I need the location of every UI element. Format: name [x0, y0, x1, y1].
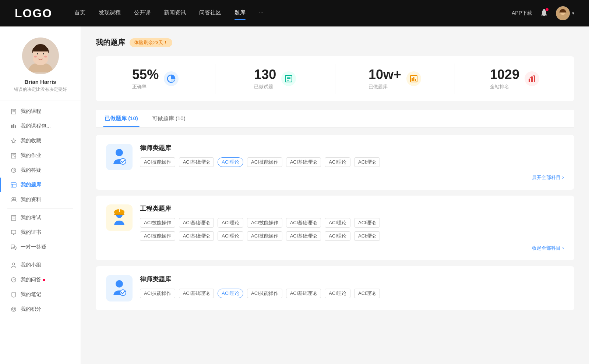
nav-questionbank[interactable]: 题库 [234, 9, 246, 18]
nav-discover[interactable]: 发现课程 [99, 9, 121, 18]
sidebar-item-1v1-qa[interactable]: 一对一答疑 [0, 240, 81, 254]
certificate-icon [10, 229, 17, 236]
stat-done-banks: 10w+ 已做题库 [335, 64, 455, 94]
favorites-icon [10, 138, 17, 144]
svg-point-7 [43, 53, 44, 54]
sidebar: Brian Harris 错误的决定比没有决定要好 我的课程 我的课程包... [0, 26, 81, 364]
sidebar-label-my-questions: 我的问答 [21, 276, 41, 283]
stat-done-banks-value: 10w+ [368, 67, 401, 82]
tag-item[interactable]: ACI基础理论 [286, 231, 321, 241]
page-header: 我的题库 体验剩余23天！ [96, 38, 574, 47]
sidebar-item-exam[interactable]: 我的考试 [0, 210, 81, 225]
tab-done-banks[interactable]: 已做题库 (10) [103, 110, 140, 127]
stat-done-banks-icon [406, 71, 421, 86]
nav-home[interactable]: 首页 [74, 9, 85, 18]
course-packages-icon [10, 123, 17, 129]
trial-badge: 体验剩余23天！ [130, 38, 172, 47]
questions-notification-dot [43, 279, 45, 281]
sidebar-item-points[interactable]: 我的积分 [0, 302, 81, 317]
tag-item-active[interactable]: ACI理论 [218, 289, 243, 298]
sidebar-item-questionbank[interactable]: 我的题库 [0, 178, 81, 192]
qbank-lawyer-2-tags: ACI技能操作 ACI基础理论 ACI理论 ACI技能操作 ACI基础理论 AC… [140, 289, 564, 298]
stat-done-questions-label: 已做试题 [254, 83, 276, 90]
tag-item[interactable]: ACI技能操作 [140, 218, 175, 228]
stat-site-rank: 1029 全站排名 [455, 64, 574, 94]
nav-right: APP下载 ▾ [512, 6, 574, 20]
sidebar-item-my-questions[interactable]: ? 我的问答 [0, 272, 81, 287]
sidebar-nav: 我的课程 我的课程包... 我的收藏 我的作业 [0, 100, 81, 320]
notification-bell[interactable] [540, 8, 549, 18]
tag-item[interactable]: ACI基础理论 [286, 157, 321, 167]
tag-item[interactable]: ACI理论 [354, 231, 380, 241]
svg-rect-45 [529, 79, 530, 82]
tag-item[interactable]: ACI基础理论 [286, 218, 321, 228]
stats-row: 55% 正确率 130 已做试题 [96, 56, 574, 101]
sidebar-item-favorites[interactable]: 我的收藏 [0, 133, 81, 148]
sidebar-label-profile-data: 我的资料 [21, 196, 41, 203]
main-content: 我的题库 体验剩余23天！ 55% 正确率 [81, 26, 589, 364]
app-download-link[interactable]: APP下载 [512, 10, 532, 17]
avatar-chevron-icon: ▾ [572, 11, 574, 16]
svg-rect-43 [413, 77, 415, 81]
user-avatar-menu[interactable]: ▾ [556, 6, 574, 20]
pie-chart-icon [167, 74, 176, 83]
tag-item[interactable]: ACI基础理论 [179, 218, 214, 228]
sidebar-item-my-courses[interactable]: 我的课程 [0, 104, 81, 119]
tag-item-active[interactable]: ACI理论 [218, 157, 243, 167]
sidebar-item-course-packages[interactable]: 我的课程包... [0, 119, 81, 133]
tag-item[interactable]: ACI理论 [325, 231, 350, 241]
svg-rect-53 [114, 214, 124, 215]
logo[interactable]: LOGO [15, 7, 52, 20]
tab-available-banks[interactable]: 可做题库 (10) [151, 110, 187, 127]
tag-item[interactable]: ACI技能操作 [140, 289, 175, 298]
exam-icon [10, 214, 17, 221]
tag-item[interactable]: ACI基础理论 [179, 157, 214, 167]
tag-item[interactable]: ACI技能操作 [247, 289, 282, 298]
sidebar-item-homework[interactable]: 我的作业 [0, 148, 81, 163]
qbank-lawyer-1-tags: ACI技能操作 ACI基础理论 ACI理论 ACI技能操作 ACI基础理论 AC… [140, 157, 564, 167]
tag-item[interactable]: ACI技能操作 [247, 157, 282, 167]
tag-item[interactable]: ACI基础理论 [179, 231, 214, 241]
tag-item[interactable]: ACI基础理论 [179, 289, 214, 298]
tag-item[interactable]: ACI理论 [354, 157, 380, 167]
collapse-link-engineer[interactable]: 收起全部科目 › [106, 245, 564, 251]
tag-item[interactable]: ACI理论 [325, 218, 350, 228]
svg-point-5 [44, 56, 47, 58]
lawyer-icon [110, 147, 129, 167]
expand-link-lawyer-1[interactable]: 展开全部科目 › [106, 174, 564, 181]
nav-more[interactable]: ··· [259, 9, 264, 18]
stat-accuracy-icon [164, 71, 179, 86]
tag-item[interactable]: ACI技能操作 [140, 231, 175, 241]
main-layout: Brian Harris 错误的决定比没有决定要好 我的课程 我的课程包... [0, 26, 589, 364]
tag-item[interactable]: ACI基础理论 [286, 289, 321, 298]
stat-done-questions-value: 130 [254, 67, 276, 82]
svg-point-35 [13, 308, 15, 310]
sidebar-label-homework: 我的作业 [21, 152, 41, 159]
tag-item[interactable]: ACI理论 [218, 218, 243, 228]
qbank-lawyer-2-icon-wrap [106, 275, 133, 301]
tag-item[interactable]: ACI技能操作 [247, 218, 282, 228]
tag-item[interactable]: ACI理论 [354, 289, 380, 298]
my-courses-icon [10, 108, 17, 115]
tag-item[interactable]: ACI技能操作 [247, 231, 282, 241]
sidebar-item-groups[interactable]: 我的小组 [0, 258, 81, 272]
tag-item[interactable]: ACI理论 [354, 218, 380, 228]
nav-open-course[interactable]: 公开课 [134, 9, 151, 18]
sidebar-item-qa[interactable]: ? 我的答疑 [0, 163, 81, 178]
svg-point-48 [116, 149, 123, 156]
sidebar-item-certificate[interactable]: 我的证书 [0, 225, 81, 240]
nav-qa[interactable]: 问答社区 [199, 9, 221, 18]
notification-dot [546, 8, 549, 11]
tag-item[interactable]: ACI理论 [218, 231, 243, 241]
tag-item[interactable]: ACI技能操作 [140, 157, 175, 167]
expand-chevron-icon: › [562, 174, 564, 180]
tag-item[interactable]: ACI理论 [325, 157, 350, 167]
questionbank-icon [10, 182, 17, 188]
nav-news[interactable]: 新闻资讯 [164, 9, 186, 18]
qbank-engineer-title: 工程类题库 [140, 204, 564, 213]
sidebar-item-notes[interactable]: 我的笔记 [0, 287, 81, 302]
points-icon [10, 306, 17, 313]
sidebar-item-profile-data[interactable]: 我的资料 [0, 192, 81, 207]
qa-icon: ? [10, 167, 17, 174]
tag-item[interactable]: ACI理论 [325, 289, 350, 298]
